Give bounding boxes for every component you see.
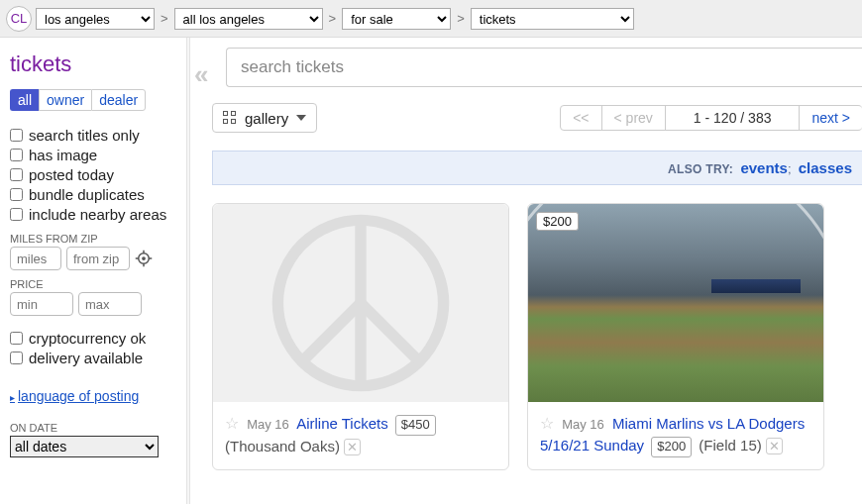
listing-meta: ☆ May 16 Airline Tickets $450 (Thousand … [213, 402, 508, 469]
listing-card[interactable]: $200 ☆ May 16 Miami Marlins vs LA Dodger… [527, 203, 824, 470]
svg-line-8 [304, 303, 361, 359]
listing-meta: ☆ May 16 Miami Marlins vs LA Dodgers 5/1… [528, 402, 823, 469]
pager-next-button[interactable]: next > [799, 105, 862, 131]
stadium-image [528, 204, 823, 402]
language-of-posting-link[interactable]: ▸language of posting [10, 388, 139, 404]
crumb-separator: > [455, 11, 467, 26]
price-label: PRICE [10, 278, 178, 290]
main-area: tickets all owner dealer search titles o… [0, 38, 862, 504]
breadcrumb-bar: CL los angeles > all los angeles > for s… [0, 0, 862, 38]
svg-line-9 [361, 303, 417, 359]
tab-dealer[interactable]: dealer [91, 89, 146, 111]
crumb-section-select[interactable]: for sale [342, 8, 451, 30]
filter-nearby-label: include nearby areas [29, 206, 166, 223]
listing-date: May 16 [247, 417, 289, 432]
thumbnail-price-tag: $200 [536, 212, 579, 231]
toolbar: gallery << < prev 1 - 120 / 383 next > [212, 103, 862, 133]
filter-titles-only-label: search titles only [29, 127, 140, 144]
listing-thumbnail[interactable]: $200 [528, 204, 823, 402]
crumb-separator: > [327, 11, 339, 26]
star-icon[interactable]: ☆ [225, 415, 239, 432]
listing-thumbnail[interactable] [213, 204, 508, 402]
filter-nearby-checkbox[interactable] [10, 208, 23, 221]
placeholder-peace-icon [213, 204, 508, 402]
pager-prev-button[interactable]: < prev [601, 105, 666, 131]
crumb-city-select[interactable]: los angeles [36, 8, 155, 30]
listing-price: $200 [651, 437, 692, 457]
filter-posted-today-label: posted today [29, 166, 114, 183]
pager-range: 1 - 120 / 383 [665, 105, 801, 131]
pager: << < prev 1 - 120 / 383 next > [561, 105, 862, 131]
grid-icon [223, 111, 237, 125]
also-try-classes-link[interactable]: classes [799, 159, 852, 176]
filter-delivery-label: delivery available [29, 350, 143, 366]
listing-title-link[interactable]: Airline Tickets [296, 415, 388, 432]
price-min-input[interactable] [10, 292, 73, 316]
miles-from-zip-label: MILES FROM ZIP [10, 233, 178, 245]
svg-point-1 [143, 257, 145, 259]
content: « gallery << < prev 1 - 120 / 383 next >… [190, 38, 862, 504]
collapse-sidebar-icon[interactable]: « [194, 59, 208, 90]
listing-hood: (Thousand Oaks) [225, 438, 340, 454]
listing-hood: (Field 15) [699, 437, 761, 454]
filter-has-image-label: has image [29, 147, 97, 163]
filter-crypto-label: cryptocurrency ok [29, 330, 146, 347]
filter-has-image-checkbox[interactable] [10, 149, 23, 161]
filter-titles-only-checkbox[interactable] [10, 129, 23, 142]
hide-listing-icon[interactable]: ✕ [344, 439, 361, 455]
filter-posted-today-checkbox[interactable] [10, 168, 23, 181]
tab-all[interactable]: all [10, 89, 39, 111]
listing-price: $450 [395, 415, 436, 436]
view-mode-label: gallery [245, 110, 288, 127]
listing-date: May 16 [562, 417, 604, 432]
view-mode-button[interactable]: gallery [212, 103, 317, 133]
filter-bundle-dup-label: bundle duplicates [29, 186, 145, 203]
pager-first-button[interactable]: << [560, 105, 601, 131]
listing-card[interactable]: ☆ May 16 Airline Tickets $450 (Thousand … [212, 203, 509, 470]
also-try-banner: ALSO TRY: events; classes [212, 151, 862, 185]
chevron-down-icon [296, 115, 306, 121]
on-date-select[interactable]: all dates [10, 436, 159, 457]
star-icon[interactable]: ☆ [540, 415, 554, 432]
site-logo[interactable]: CL [6, 6, 32, 32]
crumb-category-select[interactable]: tickets [471, 8, 634, 30]
filter-delivery-checkbox[interactable] [10, 352, 23, 364]
on-date-label: ON DATE [10, 422, 178, 434]
search-bar [226, 48, 862, 87]
page-title: tickets [10, 51, 178, 77]
filter-bundle-dup-checkbox[interactable] [10, 188, 23, 201]
hide-listing-icon[interactable]: ✕ [766, 438, 783, 454]
listings-grid: ☆ May 16 Airline Tickets $450 (Thousand … [212, 203, 862, 470]
crumb-separator: > [159, 11, 170, 26]
search-input[interactable] [239, 56, 850, 78]
filter-list: search titles only has image posted toda… [10, 127, 178, 223]
also-try-label: ALSO TRY: [668, 162, 733, 176]
filter-crypto-checkbox[interactable] [10, 332, 23, 345]
miles-input[interactable] [10, 247, 61, 270]
zip-input[interactable] [66, 247, 130, 270]
price-max-input[interactable] [78, 292, 142, 316]
sidebar: tickets all owner dealer search titles o… [0, 38, 186, 504]
also-try-events-link[interactable]: events [740, 159, 788, 176]
extra-filter-list: cryptocurrency ok delivery available [10, 330, 178, 366]
tab-owner[interactable]: owner [39, 89, 91, 111]
locate-icon[interactable] [135, 250, 153, 267]
crumb-area-select[interactable]: all los angeles [174, 8, 323, 30]
owner-dealer-tabs: all owner dealer [10, 89, 178, 111]
page-title-link[interactable]: tickets [10, 51, 71, 76]
